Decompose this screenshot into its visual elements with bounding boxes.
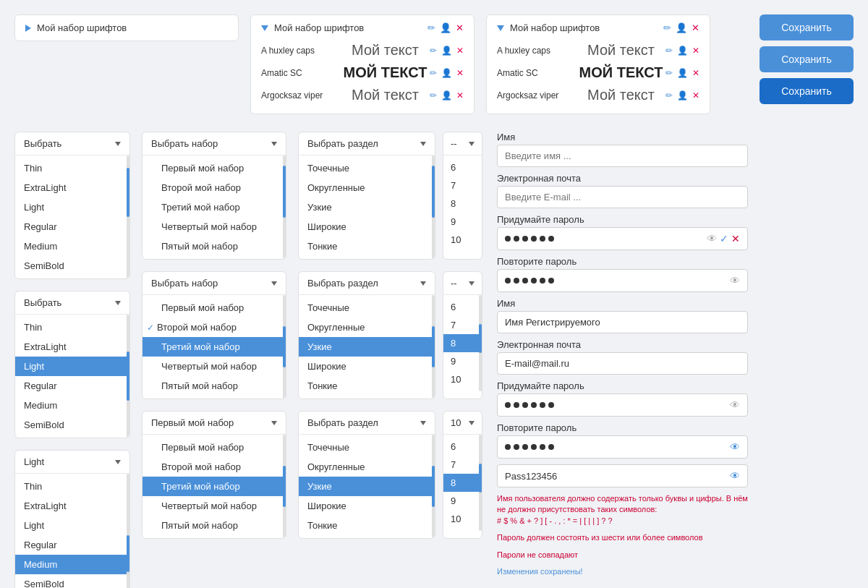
- dropdown-item[interactable]: ExtraLight: [15, 496, 129, 516]
- edit-icon-c3f2[interactable]: ✏: [665, 68, 673, 78]
- set-item[interactable]: Второй мой набор: [142, 457, 286, 477]
- section-item[interactable]: Тонкие: [299, 376, 435, 396]
- close-icon-f1[interactable]: ✕: [456, 46, 464, 56]
- eye-slash-icon-p1[interactable]: 👁: [707, 233, 717, 244]
- set-item-selected[interactable]: Третий мой набор: [142, 337, 286, 357]
- set-item[interactable]: Третий мой набор: [142, 197, 286, 217]
- dropdown-item[interactable]: Light: [15, 516, 129, 535]
- close-icon-c3f2[interactable]: ✕: [692, 68, 699, 78]
- set-item[interactable]: Четвертый мой набор: [142, 496, 286, 516]
- close-icon-2[interactable]: ✕: [456, 22, 464, 33]
- close-icon-3[interactable]: ✕: [692, 22, 699, 33]
- person-icon-f2[interactable]: 👤: [441, 68, 452, 78]
- dropdown-item[interactable]: ExtraLight: [15, 178, 129, 197]
- close-icon-f3[interactable]: ✕: [456, 90, 464, 101]
- simple-dropdown-2-header[interactable]: Выбрать: [15, 291, 129, 315]
- set-item[interactable]: Первый мой набор: [142, 158, 286, 178]
- dropdown-item[interactable]: Regular: [15, 535, 129, 555]
- set-item[interactable]: Первый мой набор: [142, 298, 286, 318]
- number-item[interactable]: 6: [443, 158, 482, 176]
- set-item[interactable]: Первый мой набор: [142, 438, 286, 457]
- number-item-selected[interactable]: 8: [443, 334, 482, 352]
- section-item[interactable]: Округленные: [299, 178, 435, 197]
- section-item[interactable]: Широкие: [299, 496, 435, 516]
- dropdown-item[interactable]: Regular: [15, 376, 129, 396]
- person-icon-c3f3[interactable]: 👤: [677, 90, 688, 101]
- dropdown-item[interactable]: SemiBold: [15, 256, 129, 276]
- dropdown-item[interactable]: Medium: [15, 396, 129, 415]
- set-item[interactable]: Пятый мой набор: [142, 516, 286, 535]
- sets-dropdown-3-header[interactable]: Первый мой набор: [142, 412, 286, 435]
- set-item[interactable]: Четвертый мой набор: [142, 357, 286, 376]
- person-icon-3[interactable]: 👤: [676, 22, 687, 33]
- dropdown-item-medium-selected[interactable]: Medium: [15, 555, 129, 574]
- sets-dropdown-2-header[interactable]: Выбрать набор: [142, 272, 286, 295]
- number-item[interactable]: 9: [443, 213, 482, 231]
- number-item[interactable]: 8: [443, 195, 482, 213]
- person-icon-c3f2[interactable]: 👤: [677, 68, 688, 78]
- section-item[interactable]: Округленные: [299, 457, 435, 477]
- simple-dropdown-3-header[interactable]: Light: [15, 451, 129, 474]
- edit-icon-2[interactable]: ✏: [427, 22, 435, 33]
- edit-icon-f2[interactable]: ✏: [430, 68, 437, 78]
- sections-dropdown-3-header[interactable]: Выбрать раздел: [299, 412, 435, 435]
- set-item-checked[interactable]: ✓Второй мой набор: [142, 318, 286, 337]
- number-list-1-header[interactable]: --: [443, 132, 482, 155]
- email-input[interactable]: [497, 186, 748, 208]
- section-item-selected[interactable]: Узкие: [299, 337, 435, 357]
- save-button-3[interactable]: Сохранить: [760, 78, 854, 104]
- number-item[interactable]: 6: [443, 298, 482, 316]
- dropdown-item[interactable]: Thin: [15, 158, 129, 178]
- dropdown-item[interactable]: SemiBold: [15, 574, 129, 588]
- edit-icon-3[interactable]: ✏: [663, 22, 671, 33]
- section-item-selected[interactable]: Узкие: [299, 477, 435, 496]
- close-icon-c3f1[interactable]: ✕: [692, 46, 699, 56]
- number-item[interactable]: 7: [443, 456, 482, 474]
- eye-slash-icon-rp1[interactable]: 👁: [730, 275, 740, 286]
- section-item[interactable]: Округленные: [299, 318, 435, 337]
- eye-icon-rp2[interactable]: 👁: [730, 441, 740, 453]
- close-icon-c3f3[interactable]: ✕: [692, 90, 699, 101]
- email2-input[interactable]: [497, 352, 748, 375]
- name2-input[interactable]: [497, 311, 748, 333]
- section-item[interactable]: Широкие: [299, 217, 435, 237]
- section-item[interactable]: Тонкие: [299, 237, 435, 256]
- person-icon-f1[interactable]: 👤: [441, 46, 452, 56]
- set-item[interactable]: Пятый мой набор: [142, 237, 286, 256]
- edit-icon-f1[interactable]: ✏: [430, 46, 437, 56]
- sections-dropdown-1-header[interactable]: Выбрать раздел: [299, 132, 435, 155]
- person-icon-c3f1[interactable]: 👤: [677, 46, 688, 56]
- dropdown-item[interactable]: Thin: [15, 477, 129, 496]
- section-item[interactable]: Точечные: [299, 158, 435, 178]
- set-item-selected[interactable]: Третий мой набор: [142, 477, 286, 496]
- name-input[interactable]: [497, 145, 748, 167]
- dropdown-item[interactable]: Light: [15, 197, 129, 217]
- person-icon-2[interactable]: 👤: [440, 22, 451, 33]
- close-icon-f2[interactable]: ✕: [456, 68, 464, 78]
- number-item-selected[interactable]: 8: [443, 474, 482, 492]
- eye-slash-icon-p2[interactable]: 👁: [730, 399, 740, 411]
- dropdown-item[interactable]: Regular: [15, 217, 129, 237]
- dropdown-item[interactable]: SemiBold: [15, 415, 129, 435]
- number-item[interactable]: 9: [443, 352, 482, 370]
- person-icon-f3[interactable]: 👤: [441, 90, 452, 101]
- edit-icon-f3[interactable]: ✏: [430, 90, 437, 101]
- dropdown-item-light-selected[interactable]: Light: [15, 357, 129, 376]
- sections-dropdown-2-header[interactable]: Выбрать раздел: [299, 272, 435, 295]
- dropdown-item[interactable]: ExtraLight: [15, 337, 129, 357]
- dropdown-item[interactable]: Thin: [15, 318, 129, 337]
- number-list-3-header[interactable]: 10: [443, 412, 482, 435]
- edit-icon-c3f3[interactable]: ✏: [665, 90, 673, 101]
- number-item[interactable]: 7: [443, 176, 482, 195]
- number-item[interactable]: 10: [443, 370, 482, 388]
- number-item[interactable]: 10: [443, 231, 482, 249]
- section-item[interactable]: Тонкие: [299, 516, 435, 535]
- number-item[interactable]: 6: [443, 438, 482, 456]
- set-item[interactable]: Четвертый мой набор: [142, 217, 286, 237]
- save-button-2[interactable]: Сохранить: [760, 46, 854, 72]
- section-item[interactable]: Узкие: [299, 197, 435, 217]
- dropdown-item[interactable]: Medium: [15, 237, 129, 256]
- set-item[interactable]: Второй мой набор: [142, 178, 286, 197]
- number-item[interactable]: 10: [443, 510, 482, 528]
- section-item[interactable]: Широкие: [299, 357, 435, 376]
